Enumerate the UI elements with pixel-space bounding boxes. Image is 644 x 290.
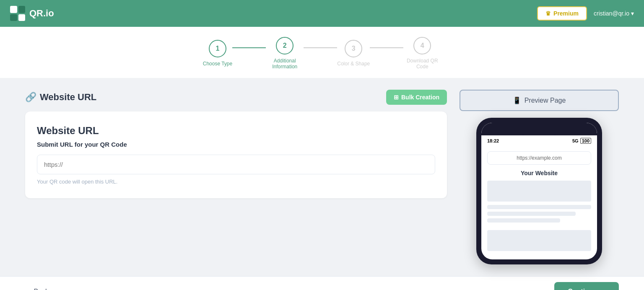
logo-cell [10,14,17,21]
step-3: 3 Color & Shape [337,40,370,67]
logo: QR.io [10,6,54,21]
phone-skeleton-3 [487,218,560,223]
battery-icon: 100 [580,138,591,144]
phone-skeleton-1 [487,205,591,209]
phone-status-bar: 18:22 5G 100 [481,135,597,146]
bulk-creation-button[interactable]: ⊞ Bulk Creation [386,90,447,105]
main-content: 🔗 Website URL ⊞ Bulk Creation Website UR… [0,78,644,276]
user-menu[interactable]: cristian@qr.io ▾ [594,10,634,17]
phone-mockup: 18:22 5G 100 https://example.com Your We… [476,118,602,264]
step-3-label: Color & Shape [337,61,370,67]
right-panel: 📱 Preview Page 18:22 5G 100 [460,90,619,264]
phone-site-title: Your Website [487,170,591,176]
phone-skeleton-block [487,230,591,251]
continue-button[interactable]: Continue → [554,282,619,290]
step-1-label: Choose Type [203,61,233,67]
url-hint: Your QR code will open this URL. [37,179,435,185]
step-3-circle: 3 [345,40,362,57]
step-4-circle: 4 [413,37,431,54]
step-1: 1 Choose Type [203,40,233,67]
user-email: cristian@qr.io [594,10,629,17]
phone-url-bar: https://example.com [487,151,591,165]
stepper-container: 1 Choose Type 2 Additional Information 3… [0,27,644,78]
step-connector-1 [232,47,266,48]
phone-time: 18:22 [487,138,499,143]
section-header: 🔗 Website URL ⊞ Bulk Creation [25,90,447,105]
left-panel: 🔗 Website URL ⊞ Bulk Creation Website UR… [25,90,447,264]
step-2-circle: 2 [276,37,293,54]
app-header: QR.io ♛ Premium cristian@qr.io ▾ [0,0,644,27]
step-2: 2 Additional Information [266,37,304,70]
preview-page-button[interactable]: 📱 Preview Page [460,90,619,111]
phone-signal-label: 5G [572,138,579,143]
section-title: 🔗 Website URL [25,92,96,103]
phone-screen: 18:22 5G 100 https://example.com Your We… [481,123,597,259]
step-4: 4 Download QR Code [403,37,441,70]
phone-skeleton-hero [487,181,591,202]
logo-cell [10,6,17,13]
premium-label: Premium [553,10,579,17]
logo-cell [18,6,26,13]
back-button[interactable]: ← Back [25,288,49,290]
step-connector-3 [370,47,403,48]
footer: ← Back Continue → [0,276,644,290]
step-1-circle: 1 [209,40,226,57]
link-icon: 🔗 [25,92,36,103]
step-connector-2 [304,47,337,48]
url-input[interactable] [37,155,435,174]
step-4-label: Download QR Code [403,58,441,70]
logo-text: QR.io [29,8,54,19]
stepper: 1 Choose Type 2 Additional Information 3… [203,37,441,70]
logo-icon [10,6,25,21]
form-subheading: Submit URL for your QR Code [37,141,435,148]
bulk-icon: ⊞ [394,94,399,101]
header-right: ♛ Premium cristian@qr.io ▾ [537,6,634,21]
step-2-label: Additional Information [266,58,304,70]
logo-cell [18,14,26,21]
phone-content: https://example.com Your Website [481,146,597,259]
form-card: Website URL Submit URL for your QR Code … [25,111,447,198]
phone-skeleton-2 [487,212,576,216]
form-heading: Website URL [37,125,435,137]
mobile-icon: 📱 [513,96,521,104]
phone-notch [518,126,560,135]
crown-icon: ♛ [545,10,551,17]
chevron-down-icon: ▾ [631,10,634,17]
premium-button[interactable]: ♛ Premium [537,6,587,21]
